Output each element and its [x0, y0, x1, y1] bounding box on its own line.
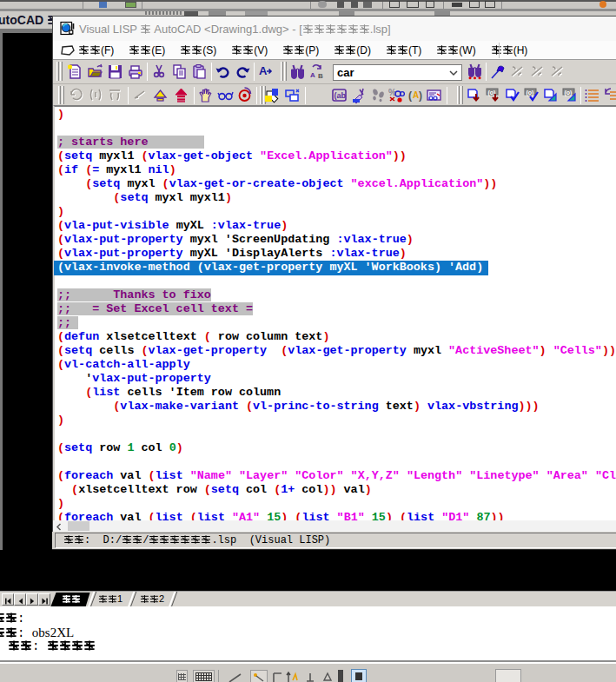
- svg-text:A: A: [259, 64, 268, 77]
- svg-text:(ab: (ab: [334, 91, 347, 100]
- svg-text:A: A: [310, 71, 315, 79]
- svg-text:(o): (o): [565, 89, 573, 96]
- svg-text:(: (: [408, 89, 412, 102]
- svg-text:(o): (o): [527, 89, 534, 96]
- svg-text:): ): [419, 89, 422, 102]
- svg-text:B: B: [318, 72, 323, 80]
